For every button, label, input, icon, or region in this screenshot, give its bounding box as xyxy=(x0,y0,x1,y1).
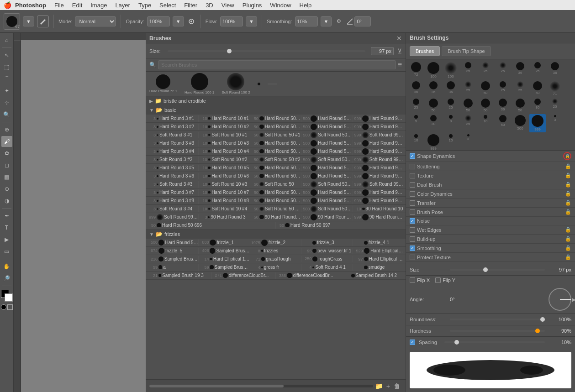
tip-cell[interactable]: 36 xyxy=(512,61,528,79)
settings-gear-btn[interactable]: ⚙ xyxy=(334,17,343,26)
bs-option-scattering[interactable]: Scattering🔒 xyxy=(406,162,575,171)
menu-edit[interactable]: Edit xyxy=(69,2,86,9)
tool-blur[interactable]: ⊙ xyxy=(1,183,12,194)
menu-filter[interactable]: Filter xyxy=(180,2,201,9)
bs-option-texture[interactable]: Texture🔒 xyxy=(406,171,575,180)
new-brush-btn[interactable]: + xyxy=(385,382,392,390)
tool-type[interactable]: T xyxy=(1,222,12,233)
tip-cell[interactable]: 50 xyxy=(512,98,528,113)
preset-small-2[interactable] xyxy=(268,83,277,85)
pressure-opacity-btn[interactable] xyxy=(187,17,196,26)
tip-cell[interactable]: 30 xyxy=(529,98,546,113)
tip-cell[interactable]: 72 xyxy=(408,61,424,79)
tool-eyedropper[interactable]: 🔍 xyxy=(1,109,12,120)
brush-row[interactable]: 50Hard Round 50 69650Hard Round 50 697 xyxy=(146,221,406,230)
apple-menu[interactable]: 🍎 xyxy=(4,1,11,9)
canvas-area[interactable] xyxy=(21,40,146,392)
normal-mode-btn[interactable] xyxy=(1,304,6,310)
bs-option-transfer[interactable]: Transfer🔒 xyxy=(406,199,575,208)
tip-cell[interactable]: 3 xyxy=(460,133,476,151)
flip-x-checkbox[interactable] xyxy=(410,277,415,283)
tip-cell[interactable]: 25 xyxy=(529,61,546,79)
tip-cell[interactable]: 50 xyxy=(477,98,494,113)
size-expand-btn[interactable]: ⊻ xyxy=(397,47,402,55)
flow-input[interactable] xyxy=(220,16,243,26)
brush-row[interactable]: 3Soft Round 3 #310Soft Round 10 #350Soft… xyxy=(146,180,406,188)
lock-icon[interactable]: 🔒 xyxy=(565,200,571,205)
brush-row[interactable]: 674frizzle_5408Sampled Brush 14 18frizzl… xyxy=(146,247,406,255)
bs-size-slider[interactable] xyxy=(450,269,545,271)
tip-cell[interactable]: 36 xyxy=(443,80,459,97)
spacing-slider[interactable] xyxy=(444,341,545,343)
brush-row[interactable]: 3Soft Round 3 #110Soft Round 10 #150Soft… xyxy=(146,131,406,139)
preset-soft-round-100[interactable]: Soft Round 100 2 xyxy=(222,73,250,94)
tip-cell[interactable]: 100 xyxy=(425,61,442,79)
bs-option-brush-pose[interactable]: Brush Pose🔒 xyxy=(406,208,575,217)
tip-cell[interactable]: 25 xyxy=(460,61,476,79)
bs-size-thumb[interactable] xyxy=(483,267,488,272)
bs-option-build-up[interactable]: Build-up🔒 xyxy=(406,235,575,244)
preset-hard-round-72[interactable]: Hard Round 72 1 xyxy=(149,74,177,93)
tip-cell[interactable]: 999 xyxy=(529,114,546,132)
angle-dial[interactable]: ▶ xyxy=(549,288,571,311)
brush-row[interactable]: 3Hard Round 3 #210Hard Round 10 #250Hard… xyxy=(146,123,406,131)
brush-row[interactable]: 59a59Sampled Brush 18 54gross fr4Soft Ro… xyxy=(146,263,406,272)
brush-row[interactable]: 3Hard Round 3 #510Hard Round 10 #550Hard… xyxy=(146,164,406,172)
lock-icon[interactable]: 🔒 xyxy=(565,209,571,214)
tool-home[interactable]: ⌂ xyxy=(1,35,12,46)
smoothing-dropdown[interactable]: ▼ xyxy=(321,16,332,26)
flip-x-check[interactable]: Flip X xyxy=(410,277,430,283)
tip-cell[interactable]: 50 xyxy=(529,80,546,97)
bs-option-dual-brush[interactable]: Dual Brush🔒 xyxy=(406,180,575,189)
option-checkbox[interactable] xyxy=(410,209,415,215)
tip-cell[interactable]: 25 xyxy=(495,61,511,79)
tool-lasso[interactable]: ⌒ xyxy=(1,73,12,84)
brush-row[interactable]: 3Hard Round 3 #310Hard Round 10 #350Hard… xyxy=(146,139,406,147)
lock-circle-icon[interactable]: 🔒 xyxy=(563,152,571,160)
tip-cell[interactable]: 36 xyxy=(408,80,424,97)
tool-magic-wand[interactable]: ✦ xyxy=(1,85,12,96)
tool-crop[interactable]: ⊹ xyxy=(1,97,12,108)
tip-cell[interactable]: 100 xyxy=(443,61,459,79)
menu-file[interactable]: File xyxy=(51,2,68,9)
lock-icon[interactable]: 🔒 xyxy=(565,191,571,196)
tool-zoom[interactable]: 🔎 xyxy=(1,273,12,284)
tool-dodge[interactable]: ◑ xyxy=(1,195,12,206)
tip-cell[interactable]: 25 xyxy=(477,61,494,79)
tip-cell[interactable]: 500 xyxy=(512,114,528,132)
menu-image[interactable]: Image xyxy=(87,2,111,9)
tool-rect-marquee[interactable]: ⬚ xyxy=(1,62,12,73)
option-checkbox[interactable] xyxy=(410,164,415,169)
size-input[interactable] xyxy=(371,47,394,55)
flip-y-check[interactable]: Flip Y xyxy=(435,277,455,283)
tip-cell[interactable]: 25 xyxy=(443,98,459,113)
brush-menu-btn[interactable]: ▼ xyxy=(23,16,34,26)
lock-icon[interactable]: 🔒 xyxy=(565,227,571,232)
tip-cell[interactable]: 25 xyxy=(460,114,476,132)
tip-cell[interactable]: 3 xyxy=(547,114,563,132)
brush-row[interactable]: 216Sampled Brush 18 314Hard Elliptical 1… xyxy=(146,255,406,263)
hardness-slider[interactable] xyxy=(450,330,545,332)
brush-row[interactable]: 500Hard Round 500 #7800frizzle_11975friz… xyxy=(146,239,406,247)
spacing-check[interactable]: Spacing xyxy=(410,340,437,345)
search-input[interactable] xyxy=(158,60,396,69)
menu-3d[interactable]: 3D xyxy=(202,2,217,9)
group-bristle[interactable]: ▶ 📁 bristle and erodible xyxy=(146,96,406,105)
menu-view[interactable]: View xyxy=(218,2,238,9)
tip-cell[interactable]: 25 xyxy=(512,80,528,97)
hardness-thumb[interactable] xyxy=(535,329,540,333)
tip-cell[interactable]: 25 xyxy=(460,80,476,97)
tool-spot-heal[interactable]: ⊕ xyxy=(1,124,12,135)
flip-y-checkbox[interactable] xyxy=(435,277,441,283)
option-checkbox[interactable] xyxy=(410,173,415,178)
color-swatches[interactable] xyxy=(1,290,13,302)
tool-brush[interactable]: 🖌 xyxy=(1,136,12,147)
tool-gradient[interactable]: ▦ xyxy=(1,172,12,183)
tool-rectangle[interactable]: ▭ xyxy=(1,246,12,257)
mode-select[interactable]: Normal xyxy=(75,16,116,26)
tool-hand[interactable]: ✋ xyxy=(1,261,12,272)
brush-row[interactable]: 3Hard Round 3 #610Hard Round 10 #650Hard… xyxy=(146,172,406,180)
opacity-input[interactable] xyxy=(147,16,170,26)
tip-cell[interactable]: 10 xyxy=(477,114,494,132)
tip-cell[interactable]: 20 xyxy=(547,98,563,113)
